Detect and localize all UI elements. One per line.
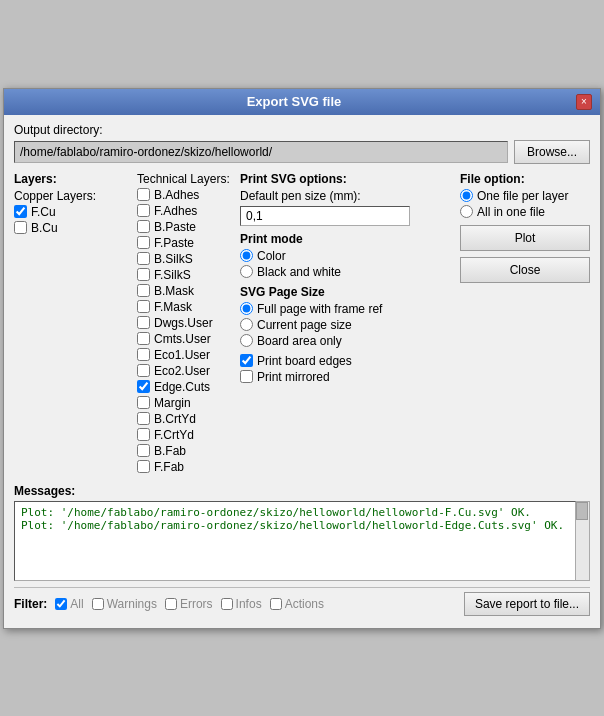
filter-errors-checkbox[interactable] (165, 598, 177, 610)
all-in-one-label: All in one file (477, 205, 545, 219)
main-columns: Layers: Copper Layers: F.Cu B.Cu Technic… (14, 172, 590, 476)
filter-all-label: All (70, 597, 83, 611)
color-label: Color (257, 249, 286, 263)
radio-item: Current page size (240, 318, 452, 332)
layers-column: Layers: Copper Layers: F.Cu B.Cu (14, 172, 129, 476)
message-line-1: Plot: '/home/fablabo/ramiro-ordonez/skiz… (21, 506, 569, 519)
list-item: Margin (137, 396, 232, 410)
filter-bar: Filter: All Warnings Errors Infos Action… (14, 587, 590, 620)
fadhes-checkbox[interactable] (137, 204, 150, 217)
print-mirrored-item: Print mirrored (240, 370, 452, 384)
fcu-checkbox[interactable] (14, 205, 27, 218)
bpaste-checkbox[interactable] (137, 220, 150, 233)
filter-warnings: Warnings (92, 597, 157, 611)
edgecuts-checkbox[interactable] (137, 380, 150, 393)
fcrtyd-checkbox[interactable] (137, 428, 150, 441)
color-radio[interactable] (240, 249, 253, 262)
filter-actions-checkbox[interactable] (270, 598, 282, 610)
copper-layers-list: F.Cu B.Cu (14, 205, 129, 235)
plot-button[interactable]: Plot (460, 225, 590, 251)
filter-infos-checkbox[interactable] (221, 598, 233, 610)
filter-warnings-checkbox[interactable] (92, 598, 104, 610)
list-item: F.CrtYd (137, 428, 232, 442)
cmtsuser-checkbox[interactable] (137, 332, 150, 345)
fsilks-checkbox[interactable] (137, 268, 150, 281)
messages-box[interactable]: Plot: '/home/fablabo/ramiro-ordonez/skiz… (14, 501, 576, 581)
scrollbar-thumb (576, 502, 588, 520)
one-file-per-layer-label: One file per layer (477, 189, 568, 203)
all-in-one-radio[interactable] (460, 205, 473, 218)
bcu-checkbox[interactable] (14, 221, 27, 234)
svg-page-size-group: Full page with frame ref Current page si… (240, 302, 452, 348)
list-item: Dwgs.User (137, 316, 232, 330)
board-area-radio[interactable] (240, 334, 253, 347)
filter-all-checkbox[interactable] (55, 598, 67, 610)
file-options-column: File option: One file per layer All in o… (460, 172, 590, 476)
close-button[interactable]: × (576, 94, 592, 110)
eco1user-checkbox[interactable] (137, 348, 150, 361)
print-board-edges-checkbox[interactable] (240, 354, 253, 367)
margin-checkbox[interactable] (137, 396, 150, 409)
bw-radio[interactable] (240, 265, 253, 278)
dialog-close-button[interactable]: Close (460, 257, 590, 283)
list-item: B.Paste (137, 220, 232, 234)
bsilks-checkbox[interactable] (137, 252, 150, 265)
one-file-per-layer-radio[interactable] (460, 189, 473, 202)
dwgsuser-label: Dwgs.User (154, 316, 213, 330)
pen-size-input[interactable] (240, 206, 410, 226)
print-mirrored-checkbox[interactable] (240, 370, 253, 383)
fmask-checkbox[interactable] (137, 300, 150, 313)
dwgsuser-checkbox[interactable] (137, 316, 150, 329)
messages-section: Messages: Plot: '/home/fablabo/ramiro-or… (14, 484, 590, 581)
fmask-label: F.Mask (154, 300, 192, 314)
print-board-edges-item: Print board edges (240, 354, 452, 368)
print-svg-title: Print SVG options: (240, 172, 452, 186)
radio-item: Black and white (240, 265, 452, 279)
messages-scrollbar[interactable] (576, 501, 590, 581)
board-area-label: Board area only (257, 334, 342, 348)
radio-item: Board area only (240, 334, 452, 348)
bfab-checkbox[interactable] (137, 444, 150, 457)
layers-title: Layers: (14, 172, 129, 186)
list-item: B.Adhes (137, 188, 232, 202)
copper-layers-title: Copper Layers: (14, 189, 129, 203)
list-item: Eco2.User (137, 364, 232, 378)
browse-button[interactable]: Browse... (514, 140, 590, 164)
list-item: B.SilkS (137, 252, 232, 266)
filter-actions-label: Actions (285, 597, 324, 611)
list-item: B.Cu (14, 221, 129, 235)
list-item: B.CrtYd (137, 412, 232, 426)
dialog-title: Export SVG file (12, 94, 576, 109)
list-item: F.SilkS (137, 268, 232, 282)
dir-row: Browse... (14, 140, 590, 164)
eco1user-label: Eco1.User (154, 348, 210, 362)
bmask-checkbox[interactable] (137, 284, 150, 297)
cmtsuser-label: Cmts.User (154, 332, 211, 346)
radio-item: Full page with frame ref (240, 302, 452, 316)
fadhes-label: F.Adhes (154, 204, 197, 218)
bcrtyd-checkbox[interactable] (137, 412, 150, 425)
print-mode-group: Color Black and white (240, 249, 452, 279)
current-page-radio[interactable] (240, 318, 253, 331)
output-dir-input[interactable] (14, 141, 508, 163)
technical-layers-title: Technical Layers: (137, 172, 232, 186)
badhes-checkbox[interactable] (137, 188, 150, 201)
ffab-checkbox[interactable] (137, 460, 150, 473)
list-item: Cmts.User (137, 332, 232, 346)
filter-actions: Actions (270, 597, 324, 611)
ffab-label: F.Fab (154, 460, 184, 474)
fpaste-checkbox[interactable] (137, 236, 150, 249)
fsilks-label: F.SilkS (154, 268, 191, 282)
full-page-radio[interactable] (240, 302, 253, 315)
print-mode-title: Print mode (240, 232, 452, 246)
eco2user-checkbox[interactable] (137, 364, 150, 377)
radio-item: All in one file (460, 205, 590, 219)
list-item: F.Paste (137, 236, 232, 250)
messages-label: Messages: (14, 484, 590, 498)
margin-label: Margin (154, 396, 191, 410)
bpaste-label: B.Paste (154, 220, 196, 234)
save-report-button[interactable]: Save report to file... (464, 592, 590, 616)
list-item: F.Adhes (137, 204, 232, 218)
filter-errors: Errors (165, 597, 213, 611)
print-board-edges-label: Print board edges (257, 354, 352, 368)
